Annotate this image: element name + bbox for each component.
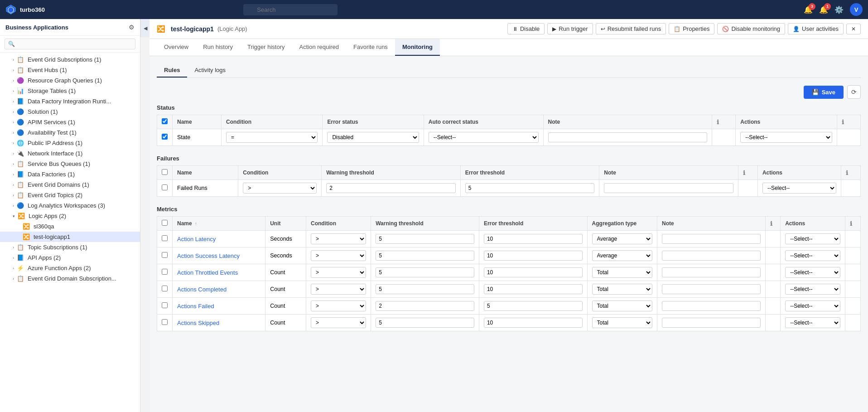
tab-monitoring[interactable]: Monitoring [395, 39, 440, 56]
sidebar-item-public-ip[interactable]: ›🌐Public IP Address (1) [0, 138, 140, 148]
metrics-name-link-3[interactable]: Actions Completed [177, 286, 227, 293]
sidebar-item-event-grid-domain-sub[interactable]: ›📋Event Grid Domain Subscription... [0, 273, 140, 284]
sidebar-item-data-factory[interactable]: ›📘Data Factory Integration Runti... [0, 96, 140, 107]
fail-warning-input[interactable] [326, 183, 456, 193]
metrics-name-link-0[interactable]: Action Latency [177, 236, 216, 242]
metrics-actions-select-3[interactable]: --Select-- [785, 284, 840, 295]
metrics-condition-select-0[interactable]: ><= [311, 233, 366, 244]
fail-header-checkbox[interactable] [162, 169, 168, 175]
sidebar-item-sl360qa[interactable]: 🔀sl360qa [0, 221, 140, 232]
sidebar-item-logic-apps[interactable]: ▾🔀Logic Apps (2) [0, 211, 140, 221]
sidebar-item-test-logicapp1[interactable]: 🔀test-logicapp1 [0, 232, 140, 242]
fail-condition-select[interactable]: > < = [243, 183, 317, 194]
tab-run-history[interactable]: Run history [196, 39, 240, 56]
metrics-row-checkbox-5[interactable] [162, 319, 168, 325]
sidebar-item-log-analytics[interactable]: ›🔵Log Analytics Workspaces (3) [0, 200, 140, 211]
metrics-warning-input-1[interactable] [376, 251, 474, 261]
disable-monitoring-btn[interactable]: 🚫 Disable monitoring [717, 23, 785, 34]
metrics-row-checkbox-4[interactable] [162, 302, 168, 308]
user-avatar[interactable]: V [850, 3, 863, 16]
more-btn[interactable]: ✕ [846, 24, 861, 34]
metrics-row-checkbox-0[interactable] [162, 235, 168, 241]
metrics-actions-select-2[interactable]: --Select-- [785, 267, 840, 278]
metrics-warning-input-0[interactable] [376, 234, 474, 244]
search-input[interactable] [243, 4, 338, 15]
metrics-actions-select-5[interactable]: --Select-- [785, 317, 840, 328]
metrics-error-input-0[interactable] [484, 234, 583, 244]
metrics-error-input-3[interactable] [484, 284, 583, 294]
fail-note-input[interactable] [604, 183, 733, 193]
metrics-warning-input-5[interactable] [376, 318, 474, 328]
metrics-condition-select-2[interactable]: ><= [311, 267, 366, 278]
metrics-name-link-2[interactable]: Action Throttled Events [177, 269, 238, 276]
metrics-aggregation-select-0[interactable]: Average Average Total Minimum Maximum [592, 233, 652, 244]
status-note-input[interactable] [548, 132, 707, 142]
sub-tab-activity-logs[interactable]: Activity logs [187, 63, 233, 78]
status-actions-select[interactable]: --Select-- [740, 132, 832, 143]
run-trigger-btn[interactable]: ▶ Run trigger [547, 23, 593, 34]
metrics-note-input-4[interactable] [662, 301, 761, 311]
sidebar-search-input[interactable] [5, 39, 135, 49]
metrics-condition-select-1[interactable]: ><= [311, 250, 366, 261]
fail-row-checkbox[interactable] [162, 184, 168, 190]
status-header-checkbox[interactable] [162, 118, 168, 124]
metrics-row-checkbox-2[interactable] [162, 269, 168, 275]
metrics-note-input-0[interactable] [662, 234, 761, 244]
metrics-aggregation-select-1[interactable]: Average Average Total Minimum Maximum [592, 250, 652, 261]
metrics-name-link-1[interactable]: Action Success Latency [177, 252, 240, 259]
metrics-note-input-1[interactable] [662, 251, 761, 261]
user-activities-btn[interactable]: 👤 User activities [788, 23, 844, 34]
properties-btn[interactable]: 📋 Properties [669, 23, 714, 34]
fail-error-input[interactable] [465, 183, 595, 193]
settings-btn[interactable]: ⚙️ [834, 5, 844, 14]
sidebar-item-solution[interactable]: ›🔵Solution (1) [0, 107, 140, 117]
resubmit-failed-btn[interactable]: ↩ Resubmit failed runs [596, 23, 666, 34]
metrics-row-checkbox-3[interactable] [162, 286, 168, 291]
metrics-aggregation-select-4[interactable]: Total Average Total Minimum Maximum [592, 301, 652, 311]
sidebar-item-azure-function-apps[interactable]: ›⚡Azure Function Apps (2) [0, 263, 140, 273]
notifications-btn[interactable]: 🔔 3 [804, 5, 813, 14]
metrics-actions-select-1[interactable]: --Select-- [785, 250, 840, 261]
disable-btn[interactable]: ⏸ Disable [507, 23, 545, 34]
sidebar-settings-btn[interactable]: ⚙ [129, 24, 135, 31]
sidebar-item-data-factories[interactable]: ›📘Data Factories (1) [0, 169, 140, 179]
metrics-error-input-2[interactable] [484, 267, 583, 277]
metrics-aggregation-select-5[interactable]: Total Average Total Minimum Maximum [592, 317, 652, 328]
metrics-warning-input-4[interactable] [376, 301, 474, 311]
metrics-header-checkbox[interactable] [162, 220, 168, 226]
metrics-error-input-4[interactable] [484, 301, 583, 311]
metrics-name-link-4[interactable]: Actions Failed [177, 303, 214, 310]
refresh-button[interactable]: ⟳ [847, 85, 861, 99]
status-error-status-select[interactable]: Disabled Enabled [327, 132, 419, 143]
tab-favorite-runs[interactable]: Favorite runs [346, 39, 395, 56]
metrics-warning-input-3[interactable] [376, 284, 474, 294]
sidebar-item-resource-graph[interactable]: ›🟣Resource Graph Queries (1) [0, 75, 140, 86]
metrics-note-input-2[interactable] [662, 267, 761, 277]
metrics-error-input-5[interactable] [484, 318, 583, 328]
save-button[interactable]: 💾 Save [804, 86, 844, 99]
metrics-note-input-5[interactable] [662, 318, 761, 328]
alerts-btn[interactable]: 🔔 1 [819, 5, 828, 14]
status-condition-select[interactable]: = [226, 132, 318, 143]
tab-action-required[interactable]: Action required [292, 39, 346, 56]
sidebar-item-event-grid-sub[interactable]: ›📋Event Grid Subscriptions (1) [0, 54, 140, 65]
metrics-note-input-3[interactable] [662, 284, 761, 294]
sidebar-item-apim-services[interactable]: ›🔵APIM Services (1) [0, 117, 140, 127]
sidebar-item-event-hubs[interactable]: ›📋Event Hubs (1) [0, 65, 140, 75]
status-auto-correct-select[interactable]: --Select-- Yes No [429, 132, 539, 143]
sidebar-item-network-interface[interactable]: ›🔌Network Interface (1) [0, 148, 140, 159]
metrics-error-input-1[interactable] [484, 251, 583, 261]
metrics-condition-select-5[interactable]: ><= [311, 317, 366, 328]
metrics-aggregation-select-3[interactable]: Total Average Total Minimum Maximum [592, 284, 652, 295]
sidebar-collapse-btn[interactable]: ◀ [140, 19, 149, 37]
sidebar-item-api-apps[interactable]: ›📘API Apps (2) [0, 252, 140, 263]
sidebar-item-event-grid-topics[interactable]: ›📋Event Grid Topics (2) [0, 190, 140, 200]
tab-overview[interactable]: Overview [157, 39, 196, 56]
metrics-condition-select-4[interactable]: ><= [311, 301, 366, 311]
metrics-actions-select-4[interactable]: --Select-- [785, 301, 840, 311]
sidebar-item-service-bus[interactable]: ›📋Service Bus Queues (1) [0, 159, 140, 169]
tab-trigger-history[interactable]: Trigger history [240, 39, 292, 56]
status-row-checkbox[interactable] [162, 134, 168, 140]
sub-tab-rules[interactable]: Rules [157, 63, 187, 78]
sidebar-item-storage-tables[interactable]: ›📊Storage Tables (1) [0, 86, 140, 96]
